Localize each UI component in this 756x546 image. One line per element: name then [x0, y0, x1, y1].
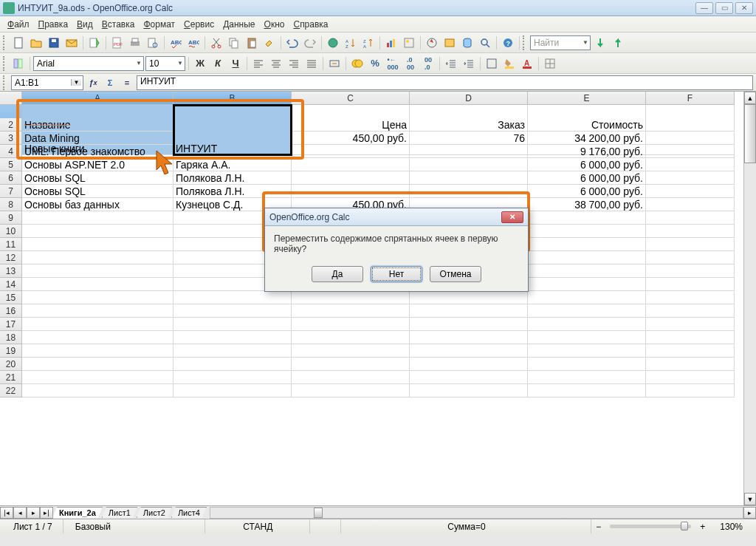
cell-F21[interactable]	[646, 371, 735, 384]
cell-E11[interactable]	[528, 238, 646, 251]
cell-E14[interactable]	[528, 278, 646, 291]
align-right-icon[interactable]	[286, 55, 302, 72]
find-next-icon[interactable]	[592, 35, 608, 51]
cell-D18[interactable]	[410, 331, 528, 344]
font-name-combo[interactable]: Arial▼	[33, 56, 144, 71]
row-header-18[interactable]: 18	[0, 331, 22, 344]
merge-cells-icon[interactable]	[326, 55, 343, 72]
cell-A4[interactable]: UML: Первое знакомство	[22, 145, 173, 158]
equals-icon[interactable]: =	[120, 75, 134, 90]
cell-B20[interactable]	[173, 358, 292, 371]
sheet-tab[interactable]: Лист2	[137, 507, 172, 518]
sheet-tab[interactable]: Лист4	[171, 507, 207, 518]
cell-C7[interactable]	[292, 185, 410, 198]
cell-F13[interactable]	[646, 265, 735, 278]
dialog-no-button[interactable]: Нет	[371, 266, 422, 282]
bgcolor-icon[interactable]	[501, 55, 518, 72]
font-size-combo[interactable]: 10▼	[145, 56, 185, 71]
cell-D6[interactable]	[410, 171, 528, 185]
cell-E7[interactable]: 6 000,00 руб.	[528, 185, 646, 198]
percent-icon[interactable]: %	[367, 55, 383, 72]
cell-D21[interactable]	[410, 371, 528, 384]
print-preview-icon[interactable]	[145, 35, 161, 51]
status-mode[interactable]: СТАНД	[207, 519, 310, 533]
row-header-12[interactable]: 12	[0, 251, 22, 265]
cell-E5[interactable]: 6 000,00 руб.	[528, 158, 646, 171]
row-header-8[interactable]: 8	[0, 198, 22, 211]
cell-E4[interactable]: 9 176,00 руб.	[528, 145, 646, 158]
vertical-scrollbar[interactable]: ▲ ▼	[743, 92, 756, 505]
menu-data[interactable]: Данные	[219, 17, 259, 32]
cell-B1[interactable]: ИНТУИТ	[173, 105, 292, 155]
hyperlink-icon[interactable]	[325, 35, 341, 51]
bold-icon[interactable]: Ж	[192, 55, 208, 72]
cell-B5[interactable]: Гаряка А.А.	[173, 158, 292, 171]
cell-B19[interactable]	[173, 344, 292, 358]
cell-D2[interactable]: Заказ	[410, 118, 528, 132]
cell-E21[interactable]	[528, 371, 646, 384]
close-button[interactable]: ✕	[735, 2, 753, 14]
cell-D4[interactable]	[410, 145, 528, 158]
cell-A2[interactable]: Название	[22, 118, 173, 132]
cell-F17[interactable]	[646, 318, 735, 331]
cell-A8[interactable]: Основы баз данных	[22, 198, 173, 211]
cell-C16[interactable]	[292, 304, 410, 318]
cell-E17[interactable]	[528, 318, 646, 331]
align-justify-icon[interactable]	[303, 55, 320, 72]
cell-A10[interactable]	[22, 225, 173, 238]
cell-A7[interactable]: Основы SQL	[22, 185, 173, 198]
currency-icon[interactable]	[349, 55, 365, 72]
print-icon[interactable]	[127, 35, 143, 51]
select-all-corner[interactable]	[0, 92, 22, 105]
cell-E16[interactable]	[528, 304, 646, 318]
cell-D5[interactable]	[410, 158, 528, 171]
tab-nav-next-icon[interactable]: ▸	[27, 507, 40, 519]
name-box[interactable]: A1:B1▼	[11, 75, 83, 90]
row-header-16[interactable]: 16	[0, 304, 22, 318]
menu-insert[interactable]: Вставка	[97, 17, 140, 32]
row-header-15[interactable]: 15	[0, 291, 22, 304]
scroll-up-icon[interactable]: ▲	[744, 92, 756, 104]
row-header-10[interactable]: 10	[0, 225, 22, 238]
column-header-F[interactable]: F	[646, 92, 735, 105]
status-sum[interactable]: Сумма=0	[343, 519, 592, 533]
scroll-thumb[interactable]	[744, 104, 756, 163]
cut-icon[interactable]	[208, 35, 224, 51]
row-header-22[interactable]: 22	[0, 384, 22, 397]
cell-F4[interactable]	[646, 145, 735, 158]
cell-B15[interactable]	[173, 291, 292, 304]
cell-C15[interactable]	[292, 291, 410, 304]
cell-E6[interactable]: 6 000,00 руб.	[528, 171, 646, 185]
column-header-B[interactable]: B	[173, 92, 292, 105]
formula-input[interactable]: ИНТУИТ	[137, 75, 753, 90]
cell-E18[interactable]	[528, 331, 646, 344]
cell-F16[interactable]	[646, 304, 735, 318]
cell-F3[interactable]	[646, 132, 735, 145]
find-prev-icon[interactable]	[610, 35, 626, 51]
cell-D22[interactable]	[410, 384, 528, 397]
row-header-20[interactable]: 20	[0, 358, 22, 371]
zoom-in-icon[interactable]: +	[697, 522, 708, 532]
scroll-down-icon[interactable]: ▼	[744, 493, 756, 505]
italic-icon[interactable]: К	[210, 55, 226, 72]
cell-F2[interactable]	[646, 118, 735, 132]
cell-B6[interactable]: Полякова Л.Н.	[173, 171, 292, 185]
column-header-D[interactable]: D	[410, 92, 528, 105]
cell-A3[interactable]: Data Mining	[22, 132, 173, 145]
decrease-indent-icon[interactable]	[443, 55, 459, 72]
cell-E19[interactable]	[528, 344, 646, 358]
cell-A14[interactable]	[22, 278, 173, 291]
cell-F5[interactable]	[646, 158, 735, 171]
cell-A15[interactable]	[22, 291, 173, 304]
align-center-icon[interactable]	[268, 55, 284, 72]
find-combo[interactable]: Найти▼	[530, 35, 591, 50]
auto-spellcheck-icon[interactable]: ABC	[185, 35, 202, 51]
menu-edit[interactable]: Правка	[34, 17, 73, 32]
cell-E8[interactable]: 38 700,00 руб.	[528, 198, 646, 211]
remove-decimal-icon[interactable]: 00.0	[420, 55, 436, 72]
cell-D20[interactable]	[410, 358, 528, 371]
cell-B22[interactable]	[173, 384, 292, 397]
row-header-4[interactable]: 4	[0, 145, 22, 158]
row-header-2[interactable]: 2	[0, 118, 22, 132]
cell-E15[interactable]	[528, 291, 646, 304]
